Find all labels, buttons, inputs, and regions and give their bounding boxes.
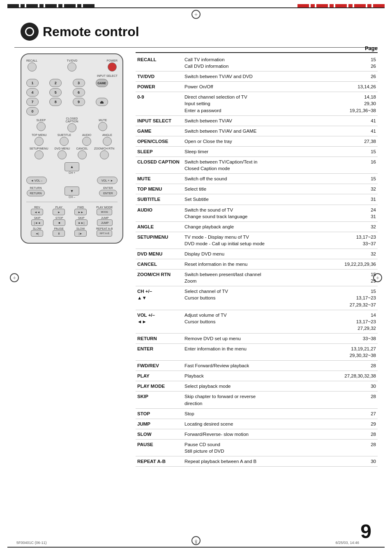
- btn-4[interactable]: 4: [26, 88, 39, 97]
- table-row: ZOOM/CH RTNSwitch between present/last c…: [136, 269, 378, 286]
- setupmenu-btn[interactable]: [35, 150, 44, 159]
- page-cell: 32: [343, 221, 378, 232]
- sleep-btn[interactable]: [37, 122, 46, 131]
- desc-cell: Switch the sound of TV Change sound trac…: [183, 205, 343, 221]
- func-cell: TV/DVD: [136, 71, 183, 82]
- desc-cell: Remove DVD set up menu: [183, 333, 343, 343]
- page-number: 9: [360, 520, 371, 543]
- vol-plus-btn[interactable]: VOL + ►: [97, 177, 118, 184]
- func-cell: SKIP: [136, 391, 183, 408]
- recall-btn[interactable]: [28, 62, 37, 71]
- dvdmenu-label: DVD MENU: [55, 147, 70, 150]
- func-cell: RECALL: [136, 55, 183, 71]
- tvdvd-btn[interactable]: [67, 62, 76, 71]
- mute-btn[interactable]: [98, 122, 107, 131]
- setupmenu-label: SETUP/MENU: [30, 147, 48, 150]
- angle-btn[interactable]: [103, 137, 112, 146]
- fwd-btn[interactable]: ►►: [74, 209, 87, 215]
- page-cell: 19,22,23,29,36: [343, 259, 378, 269]
- page-col-label: Page: [365, 45, 378, 51]
- ret-ent-row: RETURN RETURN ▼ CH – ENTER ENTER: [26, 187, 118, 198]
- topmenu-btn[interactable]: [35, 137, 44, 146]
- crosshair-left: [10, 273, 19, 282]
- desc-cell: Change playback angle: [183, 221, 343, 232]
- play-label: PLAY: [55, 206, 62, 209]
- btn-0[interactable]: 0: [26, 107, 39, 115]
- table-row: GAMESwitch between TV/AV and GAME41: [136, 126, 378, 136]
- page-cell: 13,19,21,27 29,30,32~38: [343, 344, 378, 361]
- desc-cell: Switch between TV/AV and GAME: [183, 126, 343, 136]
- skip-fwd-btn[interactable]: ►►|: [75, 219, 88, 226]
- ch-down-label: CH –: [65, 196, 79, 198]
- table-row: AUDIOSwitch the sound of TV Change sound…: [136, 205, 378, 221]
- sleep-label: SLEEP: [37, 119, 46, 122]
- func-cell: PAUSE: [136, 439, 183, 456]
- enter-btn[interactable]: ENTER: [99, 190, 117, 196]
- rev-btn[interactable]: ◄◄: [31, 209, 43, 215]
- page-cell: 15 26: [343, 55, 378, 71]
- return-label: RETURN: [30, 187, 42, 189]
- table-row: SKIPSkip chapter to forward or reverse d…: [136, 391, 378, 408]
- table-row: DVD MENUDisplay DVD menu32: [136, 249, 378, 259]
- playmode-btn[interactable]: MODE: [97, 209, 112, 215]
- audio-btn[interactable]: [82, 137, 91, 146]
- btn-6[interactable]: 6: [73, 88, 85, 97]
- func-cell: CH +/– ▲▼: [136, 286, 183, 310]
- top-bar-left: [7, 4, 95, 7]
- page-cell: 27: [343, 408, 378, 419]
- ch-up-btn[interactable]: ▲: [65, 162, 79, 171]
- footer-left: 5F00401C (06-11): [16, 541, 47, 545]
- footer-center: 9: [195, 541, 197, 545]
- play-btn[interactable]: ►: [53, 209, 65, 215]
- cancel-btn[interactable]: [78, 150, 87, 159]
- fwd-label: FWD: [77, 206, 84, 209]
- stop-btn[interactable]: ■: [53, 219, 65, 226]
- page-cell: 15: [343, 174, 378, 184]
- zoomchrtn-btn[interactable]: [100, 150, 109, 159]
- btn-2[interactable]: 2: [49, 79, 62, 87]
- power-btn[interactable]: [108, 62, 117, 71]
- func-cell: VOL +/– ◄►: [136, 310, 183, 333]
- btn-5[interactable]: 5: [49, 88, 62, 97]
- func-cell: SETUP/MENU: [136, 232, 183, 249]
- btn-3[interactable]: 3: [73, 79, 85, 87]
- jump-btn[interactable]: JUMP: [97, 219, 113, 226]
- table-row: OPEN/CLOSEOpen or Close the tray27,38: [136, 136, 378, 146]
- btn-1[interactable]: 1: [26, 79, 39, 87]
- func-cell: REPEAT A-B: [136, 456, 183, 467]
- table-row: FWD/REVFast Forward/Review playback28: [136, 361, 378, 371]
- recall-label: RECALL: [26, 59, 37, 62]
- closed-caption-btn[interactable]: [67, 123, 76, 132]
- slow-fwd-btn[interactable]: |►: [74, 230, 87, 237]
- btn-8[interactable]: 8: [49, 98, 62, 106]
- table-row: MUTESwitch off the sound15: [136, 174, 378, 184]
- func-cell: JUMP: [136, 419, 183, 429]
- pause-btn[interactable]: ⏸: [53, 230, 65, 237]
- page-cell: 16: [343, 157, 378, 174]
- dvdmenu-btn[interactable]: [58, 150, 67, 159]
- func-cell: INPUT SELECT: [136, 115, 183, 126]
- table-row: POWERPower On/Off13,14,26: [136, 82, 378, 92]
- desc-cell: Stop: [183, 408, 343, 419]
- subtitle-btn[interactable]: [60, 137, 69, 146]
- eject-btn[interactable]: ⏏: [96, 98, 108, 106]
- slow-back-btn[interactable]: ◄|: [31, 230, 43, 237]
- vol-minus-btn[interactable]: ◄ VOL –: [26, 177, 47, 184]
- return-btn[interactable]: RETURN: [27, 190, 45, 196]
- table-row: PAUSEPause CD sound Still picture of DVD…: [136, 439, 378, 456]
- rev-label: REV: [34, 206, 40, 209]
- btn-9[interactable]: 9: [73, 98, 85, 106]
- jump-label: JUMP: [101, 216, 109, 219]
- game-btn[interactable]: GAME: [96, 79, 108, 87]
- ch-down-btn[interactable]: ▼: [65, 187, 79, 196]
- page-cell: 32: [343, 249, 378, 259]
- btn-7[interactable]: 7: [26, 98, 39, 106]
- page-cell: 41: [343, 115, 378, 126]
- repeat-ab-btn[interactable]: RPT A-B: [97, 230, 112, 237]
- skip-back-btn[interactable]: |◄◄: [31, 219, 44, 226]
- func-cell: PLAY: [136, 371, 183, 381]
- cancel-label: CANCEL: [76, 147, 88, 150]
- desc-cell: Display DVD menu: [183, 249, 343, 259]
- func-cell: SUBTITLE: [136, 194, 183, 205]
- table-row: VOL +/– ◄►Adjust volume of TV Cursor but…: [136, 310, 378, 333]
